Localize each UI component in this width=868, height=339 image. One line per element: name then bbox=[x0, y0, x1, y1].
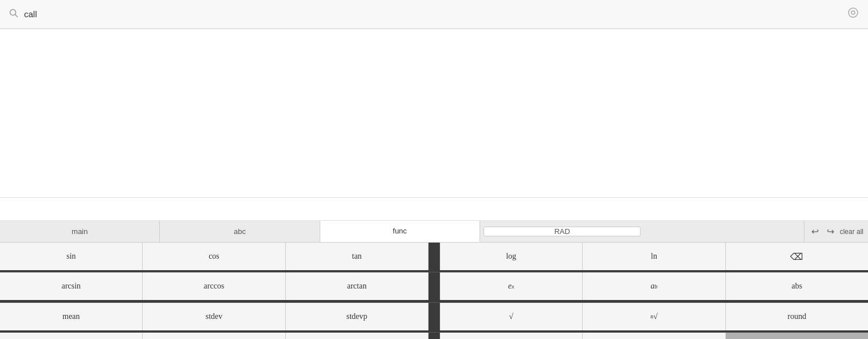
rad-button[interactable]: RAD bbox=[484, 227, 641, 236]
key-backspace[interactable]: ⌫ bbox=[726, 243, 868, 270]
clear-all-button[interactable]: clear all bbox=[840, 228, 863, 236]
key-log[interactable]: log bbox=[440, 243, 583, 270]
key-row-3: mean stdev stdevp √ n√ round bbox=[0, 303, 868, 333]
tab-spacer bbox=[644, 221, 804, 242]
header bbox=[0, 0, 868, 29]
separator-1 bbox=[429, 243, 440, 270]
key-ncr[interactable]: nCr bbox=[143, 333, 285, 339]
tab-bar: main abc func RAD ↩ ↪ clear all bbox=[0, 221, 868, 243]
key-arccos[interactable]: arccos bbox=[143, 272, 285, 300]
key-arctan[interactable]: arctan bbox=[286, 272, 429, 300]
key-sqrt[interactable]: √ bbox=[440, 303, 583, 330]
separator-3 bbox=[429, 303, 440, 330]
key-stdevp[interactable]: stdevp bbox=[286, 303, 429, 330]
separator-4 bbox=[429, 333, 440, 339]
key-factorial[interactable]: ! bbox=[286, 333, 429, 339]
key-row-1: sin cos tan log ln ⌫ bbox=[0, 243, 868, 272]
display-area bbox=[0, 29, 868, 198]
redo-button[interactable]: ↪ bbox=[824, 225, 836, 238]
keyboard-wrapper: sin cos tan log ln ⌫ arcsin arccos arcta… bbox=[0, 243, 868, 339]
key-pi[interactable]: π bbox=[440, 333, 583, 339]
key-stdev[interactable]: stdev bbox=[143, 303, 285, 330]
tab-main[interactable]: main bbox=[0, 221, 160, 242]
key-exp[interactable]: ex bbox=[440, 272, 583, 300]
rad-section: RAD bbox=[480, 224, 644, 239]
key-ln[interactable]: ln bbox=[583, 243, 725, 270]
key-round[interactable]: round bbox=[726, 303, 868, 330]
search-input[interactable] bbox=[24, 9, 847, 19]
svg-point-3 bbox=[851, 11, 855, 14]
separator-2 bbox=[429, 272, 440, 300]
tab-abc[interactable]: abc bbox=[160, 221, 320, 242]
key-mean[interactable]: mean bbox=[0, 303, 143, 330]
key-row-2: arcsin arccos arctan ex ab abs bbox=[0, 272, 868, 302]
key-sin[interactable]: sin bbox=[0, 243, 143, 270]
key-euler[interactable]: e bbox=[583, 333, 725, 339]
key-npr[interactable]: nPr bbox=[0, 333, 143, 339]
svg-line-1 bbox=[15, 14, 18, 17]
key-nroot[interactable]: n√ bbox=[583, 303, 725, 330]
key-row-4: nPr nCr ! π e ↵ bbox=[0, 333, 868, 339]
key-abs[interactable]: abs bbox=[726, 272, 868, 300]
key-arcsin[interactable]: arcsin bbox=[0, 272, 143, 300]
key-cos[interactable]: cos bbox=[143, 243, 285, 270]
search-icon bbox=[9, 9, 18, 20]
key-tan[interactable]: tan bbox=[286, 243, 429, 270]
keyboard: sin cos tan log ln ⌫ arcsin arccos arcta… bbox=[0, 243, 868, 339]
svg-point-2 bbox=[849, 8, 858, 17]
tab-actions: ↩ ↪ clear all bbox=[804, 225, 868, 238]
key-enter[interactable]: ↵ bbox=[726, 333, 868, 339]
settings-icon[interactable] bbox=[847, 7, 859, 21]
expression-area bbox=[0, 198, 868, 221]
tab-func[interactable]: func bbox=[320, 221, 480, 242]
key-pow[interactable]: ab bbox=[583, 272, 725, 300]
undo-button[interactable]: ↩ bbox=[809, 225, 821, 238]
